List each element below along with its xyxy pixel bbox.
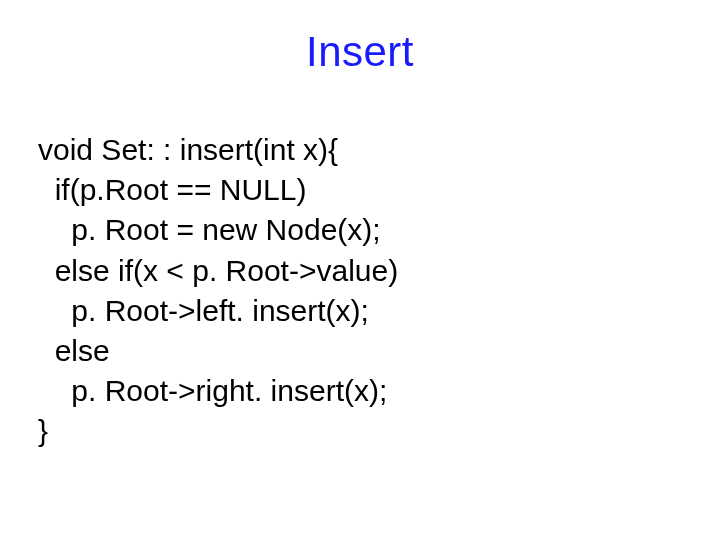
code-line: void Set: : insert(int x){ [38,133,338,166]
code-line: else [38,334,110,367]
code-line: p. Root->right. insert(x); [38,374,387,407]
code-block: void Set: : insert(int x){ if(p.Root == … [38,130,398,452]
code-line: if(p.Root == NULL) [38,173,306,206]
code-line: else if(x < p. Root->value) [38,254,398,287]
code-line: } [38,414,48,447]
slide: Insert void Set: : insert(int x){ if(p.R… [0,0,720,540]
slide-title: Insert [0,28,720,76]
code-line: p. Root = new Node(x); [38,213,381,246]
code-line: p. Root->left. insert(x); [38,294,369,327]
